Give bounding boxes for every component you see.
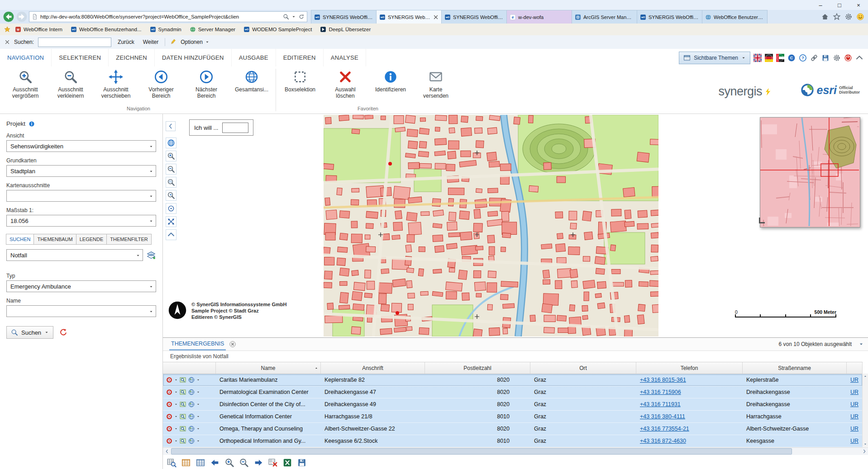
excel-export-icon[interactable]	[282, 458, 292, 468]
header-postleitzahl[interactable]: Postleitzahl	[425, 362, 530, 374]
table-row[interactable]: Dermatological Examination Center Dreiha…	[163, 386, 863, 398]
tab-navigation[interactable]: NAVIGATION	[0, 49, 52, 66]
table-row[interactable]: Orthopedical Information and Gy... Keesg…	[163, 435, 863, 447]
favorites-star-icon[interactable]	[833, 13, 841, 21]
scroll-right-button[interactable]	[860, 448, 868, 455]
favorite-item[interactable]: DeepL Übersetzer	[316, 24, 375, 35]
link-icon[interactable]	[810, 54, 818, 62]
cell-telefon-link[interactable]: +43 316 715906	[636, 386, 743, 398]
tab-themenbaum[interactable]: THEMENBAUM	[33, 234, 76, 245]
header-anschrift[interactable]: Anschrift	[321, 362, 425, 374]
ansicht-select[interactable]: Sehenswürdigkeiten	[6, 140, 156, 152]
cell-telefon-link[interactable]: +43 316 773554-21	[636, 423, 743, 435]
search-icon[interactable]	[283, 14, 289, 20]
tab-analyse[interactable]: ANALYSE	[324, 49, 366, 66]
project-info-icon[interactable]	[29, 121, 35, 127]
uae-flag-icon[interactable]	[776, 54, 784, 62]
tab-zeichnen[interactable]: ZEICHNEN	[109, 49, 155, 66]
tab-daten-hinzufuegen[interactable]: DATEN HINZUFÜGEN	[155, 49, 232, 66]
row-globe-icon[interactable]	[188, 388, 195, 396]
table-row[interactable]: Disinfection Center of the City of... Dr…	[163, 398, 863, 411]
chevron-down-icon[interactable]	[196, 439, 200, 443]
zoom-to-row-icon[interactable]	[179, 413, 186, 420]
feedback-smiley-icon[interactable]	[856, 13, 864, 21]
settings-icon[interactable]	[833, 54, 841, 62]
cell-telefon-link[interactable]: +43 316 711931	[636, 398, 743, 410]
ribbon-button[interactable]: Karte versenden	[413, 66, 458, 106]
chevron-down-icon[interactable]	[174, 378, 178, 382]
row-globe-icon[interactable]	[188, 437, 195, 445]
close-results-icon[interactable]	[229, 341, 236, 348]
chevron-down-icon[interactable]	[174, 415, 178, 418]
reset-icon[interactable]	[59, 328, 67, 336]
close-tab-icon[interactable]	[433, 14, 439, 20]
ribbon-button[interactable]: Identifizieren	[368, 66, 413, 106]
locate-icon[interactable]	[166, 437, 173, 445]
logout-icon[interactable]	[844, 54, 852, 62]
cell-url-link[interactable]: UR	[847, 398, 863, 410]
collapse-ribbon-icon[interactable]	[855, 54, 863, 62]
zoom-window-icon[interactable]	[166, 177, 176, 188]
browser-tab[interactable]: ArcGIS Server Manager	[572, 10, 637, 24]
table-row[interactable]: Genetical Information Center Harrachgass…	[163, 411, 863, 423]
header-name[interactable]: Name	[216, 362, 321, 374]
zoom-out-result-icon[interactable]	[239, 458, 249, 468]
locate-icon[interactable]	[166, 376, 173, 384]
collapse-sidebar-button[interactable]	[166, 121, 176, 131]
tab-themenergebnis[interactable]: THEMENERGEBNIS	[169, 338, 226, 351]
collapse-up-icon[interactable]	[166, 229, 176, 240]
overview-resize-handle[interactable]	[759, 218, 765, 223]
zoom-in-icon[interactable]	[166, 151, 176, 161]
zoom-to-selection-icon[interactable]	[167, 458, 176, 468]
cell-telefon-link[interactable]: +43 316 380-4111	[636, 411, 743, 422]
table-row[interactable]: Caritas Marieambulanz Keplerstraße 82 80…	[163, 374, 863, 386]
browser-tab[interactable]: SYNERGIS WebOffice Ad...	[441, 10, 507, 24]
locate-icon[interactable]	[166, 388, 173, 396]
close-button[interactable]: ×	[849, 0, 868, 10]
header-strassenname[interactable]: Straßenname	[743, 362, 847, 374]
browser-tab[interactable]: WebOffice Benutzerhan...	[702, 10, 768, 24]
horizontal-scrollbar[interactable]	[163, 447, 868, 455]
layers-icon[interactable]	[146, 250, 156, 260]
cell-url-link[interactable]: UR	[847, 423, 863, 435]
back-nav-icon[interactable]	[3, 11, 14, 23]
locate-icon[interactable]	[166, 413, 173, 420]
collapse-panel-icon[interactable]	[858, 341, 864, 347]
cell-url-link[interactable]: UR	[847, 386, 863, 398]
chevron-down-icon[interactable]	[174, 403, 178, 406]
remove-selection-icon[interactable]	[268, 458, 278, 468]
locate-icon[interactable]	[166, 425, 173, 432]
tab-selektieren[interactable]: SELEKTIEREN	[52, 49, 109, 66]
favorite-item[interactable]: Server Manager	[186, 24, 239, 35]
ribbon-button[interactable]: Ausschnitt verschieben	[93, 66, 138, 106]
url-text[interactable]: http://w-dev-wofa:8080/WebOffice/synserv…	[40, 14, 281, 19]
tab-legende[interactable]: LEGENDE	[76, 234, 107, 245]
zoom-to-row-icon[interactable]	[179, 388, 186, 396]
overview-globe-icon[interactable]	[166, 137, 176, 148]
german-flag-icon[interactable]	[765, 54, 773, 62]
search-theme-select[interactable]: Notfall	[6, 249, 143, 261]
find-forward-button[interactable]: Weiter	[141, 38, 161, 46]
find-options-button[interactable]: Optionen	[181, 39, 210, 45]
overview-map[interactable]	[760, 117, 860, 227]
scroll-down-icon[interactable]	[863, 442, 867, 446]
table-row[interactable]: Omega, Therapy and Counseling Albert-Sch…	[163, 423, 863, 435]
add-favorite-icon[interactable]	[4, 26, 11, 33]
pan-cross-icon[interactable]	[166, 216, 176, 227]
chevron-down-icon[interactable]	[196, 378, 200, 382]
browser-tab[interactable]: SYNERGIS WebOffice W...	[637, 10, 702, 24]
scrollbar-thumb[interactable]	[171, 448, 792, 455]
i-will-input[interactable]	[222, 123, 248, 133]
ribbon-button[interactable]: Boxselektion	[277, 66, 323, 106]
find-back-button[interactable]: Zurück	[115, 38, 137, 46]
chevron-down-icon[interactable]	[196, 403, 200, 406]
zoom-out-icon[interactable]	[166, 164, 176, 175]
browser-tab-active[interactable]: SYNERGIS WebOffice ...	[376, 10, 442, 24]
help-icon[interactable]	[799, 54, 807, 62]
chevron-down-icon[interactable]	[196, 390, 200, 394]
massstab-select[interactable]: 18.056	[6, 215, 156, 227]
language-icon[interactable]	[787, 54, 796, 62]
locate-icon[interactable]	[166, 401, 173, 408]
ribbon-button[interactable]: Auswahl löschen	[323, 66, 368, 106]
zoom-to-row-icon[interactable]	[179, 401, 186, 408]
